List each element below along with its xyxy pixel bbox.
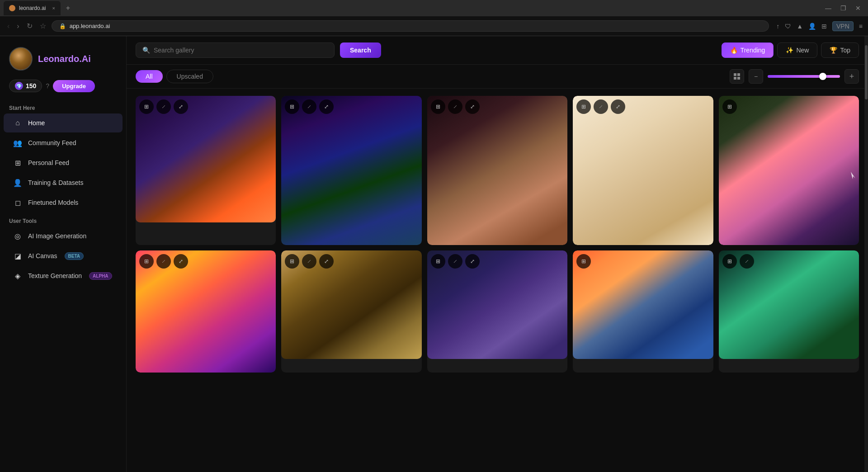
home-icon: ⌂ — [13, 118, 23, 128]
trending-emoji: 🔥 — [730, 47, 738, 54]
zoom-out-btn[interactable]: − — [749, 69, 763, 84]
use-model-btn-1[interactable]: ⊞ — [139, 99, 154, 114]
use-model-btn-4[interactable]: ⊞ — [576, 99, 591, 114]
share-icon[interactable]: ↑ — [776, 23, 779, 30]
tab-all[interactable]: All — [136, 70, 163, 83]
active-tab[interactable]: leonardo.ai × — [4, 1, 61, 15]
sidebar-item-training-datasets[interactable]: 👤 Training & Datasets — [4, 173, 123, 192]
minimize-btn[interactable]: — — [821, 5, 835, 12]
expand-btn-2[interactable]: ⤢ — [319, 99, 334, 114]
edit-btn-3[interactable]: ⟋ — [448, 99, 462, 114]
address-input[interactable]: 🔒 app.leonardo.ai — [52, 20, 769, 32]
sidebar-item-community-feed[interactable]: 👥 Community Feed — [4, 133, 123, 152]
trending-filter-btn[interactable]: 🔥 Trending — [722, 42, 774, 58]
top-bar: 🔍 Search 🔥 Trending ✨ New 🏆 Top — [127, 36, 868, 65]
token-help-btn[interactable]: ? — [46, 82, 49, 90]
gallery-item-7[interactable]: ⊞ ⟋ ⤢ — [281, 250, 421, 373]
gallery-item-4[interactable]: ⊞ ⟋ ⤢ — [573, 96, 713, 245]
profile-icon[interactable]: 👤 — [808, 23, 816, 30]
avatar-image — [10, 48, 32, 70]
gallery-item-2[interactable]: ⊞ ⟋ ⤢ — [281, 96, 421, 245]
image-overlay-9: ⊞ — [576, 254, 591, 269]
user-tools-label: User Tools — [0, 212, 126, 226]
gallery-item-8[interactable]: ⊞ ⟋ ⤢ — [427, 250, 567, 373]
zoom-slider[interactable] — [768, 75, 840, 78]
sidebar-item-texture-generation[interactable]: ◈ Texture Generation ALPHA — [4, 266, 123, 285]
svg-rect-0 — [734, 73, 736, 76]
token-count: 💎 150 — [9, 80, 42, 92]
gallery-item-5[interactable]: ⊞ — [719, 96, 859, 245]
main-wrapper: Leonardo.Ai 💎 150 ? Upgrade Start Here ⌂… — [0, 36, 868, 472]
upgrade-button[interactable]: Upgrade — [53, 80, 95, 92]
svg-rect-3 — [737, 77, 740, 80]
use-model-btn-10[interactable]: ⊞ — [722, 254, 737, 269]
top-label: Top — [840, 47, 850, 54]
sidebar-item-ai-image-generation[interactable]: ◎ AI Image Generation — [4, 227, 123, 245]
new-filter-btn[interactable]: ✨ New — [777, 42, 817, 58]
gallery-item-1[interactable]: ⊞ ⟋ ⤢ — [136, 96, 276, 245]
forward-btn[interactable]: › — [15, 20, 21, 32]
address-text: app.leonardo.ai — [70, 23, 110, 29]
expand-btn-3[interactable]: ⤢ — [465, 99, 480, 114]
gallery-item-3[interactable]: ⊞ ⟋ ⤢ — [427, 96, 567, 245]
extensions-icon[interactable]: ⊞ — [821, 23, 827, 30]
zoom-in-btn[interactable]: + — [844, 69, 859, 84]
menu-icon[interactable]: ≡ — [859, 23, 863, 30]
image-overlay-2: ⊞ ⟋ ⤢ — [285, 99, 334, 114]
use-model-btn-2[interactable]: ⊞ — [285, 99, 299, 114]
expand-btn-6[interactable]: ⤢ — [174, 254, 188, 269]
sidebar-item-ai-canvas[interactable]: ◪ AI Canvas BETA — [4, 246, 123, 265]
expand-btn-4[interactable]: ⤢ — [611, 99, 625, 114]
logo-text: Leonardo.Ai — [38, 54, 91, 64]
sidebar-item-home-label: Home — [28, 119, 45, 127]
sidebar-item-home[interactable]: ⌂ Home — [4, 113, 123, 132]
gallery-image-5 — [719, 96, 859, 245]
restore-btn[interactable]: ❐ — [837, 5, 850, 12]
search-button[interactable]: Search — [340, 42, 381, 58]
use-model-btn-7[interactable]: ⊞ — [285, 254, 299, 269]
gallery-item-10[interactable]: ⊞ ⟋ — [719, 250, 859, 373]
close-btn[interactable]: ✕ — [852, 5, 864, 12]
new-tab-btn[interactable]: + — [62, 4, 74, 12]
gallery-item-9[interactable]: ⊞ — [573, 250, 713, 373]
use-model-btn-9[interactable]: ⊞ — [576, 254, 591, 269]
grid-view-btn[interactable] — [730, 69, 744, 84]
expand-btn-8[interactable]: ⤢ — [465, 254, 480, 269]
bookmark-btn[interactable]: ☆ — [38, 20, 48, 32]
gallery-image-2 — [281, 96, 421, 245]
sidebar-item-finetuned-models[interactable]: ◻ Finetuned Models — [4, 193, 123, 212]
top-filter-btn[interactable]: 🏆 Top — [821, 42, 859, 58]
scrollbar[interactable] — [864, 36, 868, 472]
edit-btn-4[interactable]: ⟋ — [594, 99, 608, 114]
slider-thumb — [819, 73, 826, 80]
expand-btn-7[interactable]: ⤢ — [319, 254, 334, 269]
use-model-btn-5[interactable]: ⊞ — [722, 99, 737, 114]
edit-btn-8[interactable]: ⟋ — [448, 254, 462, 269]
search-input[interactable] — [154, 47, 328, 54]
edit-btn-7[interactable]: ⟋ — [302, 254, 316, 269]
edit-btn-1[interactable]: ⟋ — [156, 99, 171, 114]
edit-btn-10[interactable]: ⟋ — [740, 254, 754, 269]
tab-close-btn[interactable]: × — [52, 5, 55, 11]
tab-right-controls: − + — [730, 69, 859, 84]
alpha-badge: ALPHA — [89, 272, 112, 280]
sidebar-item-personal-feed[interactable]: ⊞ Personal Feed — [4, 153, 123, 172]
canvas-icon: ◪ — [13, 251, 23, 261]
use-model-btn-3[interactable]: ⊞ — [431, 99, 445, 114]
use-model-btn-6[interactable]: ⊞ — [139, 254, 154, 269]
image-overlay-10: ⊞ ⟋ — [722, 254, 754, 269]
tab-upscaled[interactable]: Upscaled — [166, 70, 213, 83]
edit-btn-2[interactable]: ⟋ — [302, 99, 316, 114]
use-model-btn-8[interactable]: ⊞ — [431, 254, 445, 269]
expand-btn-1[interactable]: ⤢ — [174, 99, 188, 114]
edit-btn-6[interactable]: ⟋ — [156, 254, 171, 269]
reload-btn[interactable]: ↻ — [25, 20, 34, 32]
gallery-item-6[interactable]: ⊞ ⟋ ⤢ — [136, 250, 276, 373]
sidebar-item-texture-label: Texture Generation — [28, 272, 82, 279]
search-container: 🔍 — [136, 42, 335, 58]
texture-icon: ◈ — [13, 271, 23, 281]
sidebar-logo: Leonardo.Ai — [0, 43, 126, 80]
new-emoji: ✨ — [786, 47, 793, 54]
image-overlay-1: ⊞ ⟋ ⤢ — [139, 99, 188, 114]
back-btn[interactable]: ‹ — [5, 20, 11, 32]
